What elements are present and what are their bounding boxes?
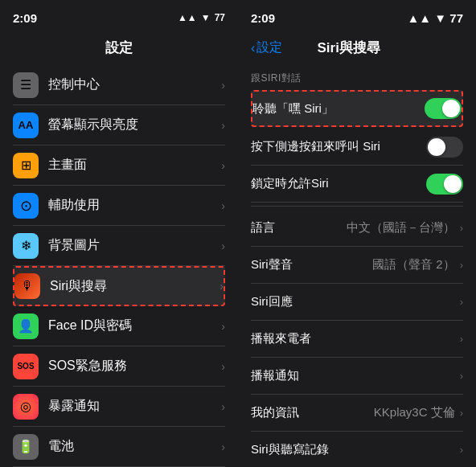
lock-siri-toggle[interactable]	[426, 174, 463, 195]
siri-voice-label: Siri聲音	[251, 257, 372, 272]
side-button-toggle[interactable]	[426, 137, 463, 158]
settings-item-faceid[interactable]: 👤 Face ID與密碼 ›	[13, 306, 225, 346]
right-item-my-info[interactable]: 我的資訊 KKplay3C 艾倫 ›	[251, 395, 463, 432]
chevron-icon: ›	[460, 296, 463, 308]
settings-item-battery[interactable]: 🔋 電池 ›	[13, 427, 225, 467]
battery-label: 電池	[48, 438, 221, 455]
battery-icon: 🔋	[13, 434, 39, 460]
side-button-label: 按下側邊按鈕來呼叫 Siri	[251, 139, 426, 154]
chevron-icon: ›	[221, 440, 225, 453]
control-center-label: 控制中心	[48, 76, 221, 93]
home-screen-label: 主畫面	[48, 157, 221, 174]
settings-list: ☰ 控制中心 › AA 螢幕顯示與亮度 › ⊞ 主畫面 › ⊙ 輔助使用 › ❄…	[0, 65, 238, 467]
toggle-knob	[442, 100, 460, 117]
accessibility-label: 輔助使用	[48, 197, 221, 214]
exposure-label: 暴露通知	[48, 398, 221, 415]
chevron-icon: ›	[220, 280, 224, 293]
left-status-icons: ▲▲ ▼ 77	[178, 12, 225, 23]
faceid-icon: 👤	[13, 313, 39, 339]
chevron-icon: ›	[221, 240, 225, 252]
settings-item-sos[interactable]: SOS SOS緊急服務 ›	[13, 346, 225, 387]
chevron-icon: ›	[460, 259, 463, 271]
settings-item-control-center[interactable]: ☰ 控制中心 ›	[13, 65, 225, 105]
faceid-label: Face ID與密碼	[48, 317, 221, 334]
back-button[interactable]: ‹ 設定	[251, 39, 282, 56]
chevron-icon: ›	[460, 407, 463, 419]
chevron-icon: ›	[460, 370, 463, 382]
language-label: 語言	[251, 220, 347, 236]
accessibility-icon: ⊙	[13, 193, 39, 219]
announce-notify-label: 播報通知	[251, 368, 460, 383]
toggle-knob	[444, 175, 462, 193]
chevron-icon: ›	[221, 159, 225, 172]
wifi-icon: ▼	[201, 12, 211, 23]
my-info-value: KKplay3C 艾倫	[374, 405, 455, 420]
wallpaper-label: 背景圖片	[48, 237, 221, 254]
signal-icon: ▲▲	[407, 11, 431, 25]
chevron-icon: ›	[221, 320, 225, 333]
display-label: 螢幕顯示與亮度	[48, 117, 221, 133]
right-item-lock-siri[interactable]: 鎖定時允許Siri	[251, 166, 463, 203]
right-item-announce-calls[interactable]: 播報來電者 ›	[251, 321, 463, 358]
toggle-knob	[428, 138, 445, 156]
battery-icon: 77	[215, 12, 225, 23]
right-item-hey-siri[interactable]: 聆聽「嘿 Siri」	[251, 90, 463, 127]
siri-label: Siri與搜尋	[50, 278, 220, 295]
left-status-bar: 2:09 ▲▲ ▼ 77	[0, 0, 238, 35]
right-status-bar: 2:09 ▲▲ ▼ 77	[238, 0, 476, 35]
right-item-language[interactable]: 語言 中文（國語－台灣） ›	[251, 210, 463, 247]
announce-calls-label: 播報來電者	[251, 331, 460, 346]
right-item-side-button[interactable]: 按下側邊按鈕來呼叫 Siri	[251, 129, 463, 166]
right-page-title: Siri與搜尋	[317, 39, 380, 57]
signal-icon: ▲▲	[178, 12, 197, 23]
right-nav: ‹ 設定 Siri與搜尋	[238, 35, 476, 65]
hey-siri-label: 聆聽「嘿 Siri」	[252, 101, 425, 117]
exposure-icon: ◎	[13, 394, 39, 420]
right-time: 2:09	[251, 11, 275, 25]
divider	[251, 206, 463, 207]
sos-icon: SOS	[13, 354, 39, 379]
chevron-icon: ›	[221, 119, 225, 132]
siri-response-label: Siri回應	[251, 294, 460, 309]
right-item-siri-history[interactable]: Siri與聽寫記錄 ›	[251, 432, 463, 467]
display-icon: AA	[13, 113, 39, 138]
settings-item-display[interactable]: AA 螢幕顯示與亮度 ›	[13, 105, 225, 145]
chevron-icon: ›	[460, 444, 463, 456]
chevron-icon: ›	[221, 360, 225, 373]
right-item-siri-voice[interactable]: Siri聲音 國語（聲音 2） ›	[251, 247, 463, 284]
right-item-announce-notify[interactable]: 播報通知 ›	[251, 358, 463, 395]
right-content: 跟SIRI對話 聆聽「嘿 Siri」 按下側邊按鈕來呼叫 Siri 鎖定時允許S…	[238, 65, 476, 467]
siri-voice-value: 國語（聲音 2）	[372, 257, 455, 272]
siri-section-header: 跟SIRI對話	[251, 65, 463, 88]
right-item-siri-response[interactable]: Siri回應 ›	[251, 284, 463, 321]
wifi-icon: ▼	[434, 11, 446, 25]
settings-item-siri[interactable]: 🎙 Siri與搜尋 ›	[13, 266, 225, 306]
right-panel: 2:09 ▲▲ ▼ 77 ‹ 設定 Siri與搜尋 跟SIRI對話 聆聽「嘿 S…	[238, 0, 476, 467]
sos-label: SOS緊急服務	[48, 358, 221, 375]
right-status-icons: ▲▲ ▼ 77	[407, 11, 463, 25]
left-panel: 2:09 ▲▲ ▼ 77 設定 ☰ 控制中心 › AA 螢幕顯示與亮度 › ⊞ …	[0, 0, 238, 467]
settings-item-exposure[interactable]: ◎ 暴露通知 ›	[13, 387, 225, 427]
chevron-icon: ›	[221, 79, 225, 92]
my-info-label: 我的資訊	[251, 405, 374, 420]
language-value: 中文（國語－台灣）	[347, 220, 455, 236]
control-center-icon: ☰	[13, 72, 39, 98]
back-chevron-icon: ‹	[251, 41, 255, 55]
chevron-icon: ›	[460, 333, 463, 345]
settings-item-home-screen[interactable]: ⊞ 主畫面 ›	[13, 145, 225, 186]
lock-siri-label: 鎖定時允許Siri	[251, 176, 426, 191]
chevron-icon: ›	[221, 400, 225, 413]
battery-icon: 77	[449, 11, 463, 25]
settings-item-accessibility[interactable]: ⊙ 輔助使用 ›	[13, 186, 225, 226]
back-label: 設定	[256, 39, 282, 56]
left-page-title: 設定	[0, 35, 238, 65]
wallpaper-icon: ❄	[13, 233, 39, 259]
siri-icon: 🎙	[14, 273, 40, 299]
chevron-icon: ›	[221, 199, 225, 212]
hey-siri-toggle[interactable]	[425, 98, 462, 119]
settings-item-wallpaper[interactable]: ❄ 背景圖片 ›	[13, 226, 225, 266]
home-screen-icon: ⊞	[13, 153, 39, 178]
left-time: 2:09	[13, 11, 37, 25]
siri-history-label: Siri與聽寫記錄	[251, 442, 460, 457]
chevron-icon: ›	[460, 222, 463, 234]
